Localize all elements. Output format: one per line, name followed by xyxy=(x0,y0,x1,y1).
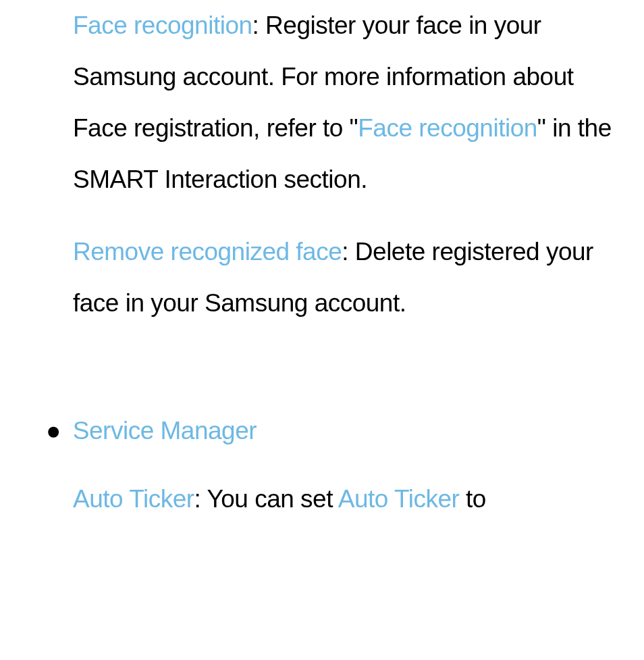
paragraph-face-recognition: Face recognition: Register your face in … xyxy=(73,0,618,205)
link-face-recognition-2[interactable]: Face recognition xyxy=(358,114,537,142)
text-auto-ticker-2: to xyxy=(459,485,486,513)
bullet-section: ● Service Manager Auto Ticker: You can s… xyxy=(73,417,618,525)
link-service-manager[interactable]: Service Manager xyxy=(73,417,257,445)
link-auto-ticker-2[interactable]: Auto Ticker xyxy=(338,485,460,513)
text-auto-ticker-1: : You can set xyxy=(194,485,338,513)
document-content: Face recognition: Register your face in … xyxy=(0,0,644,525)
bullet-item-service-manager: ● Service Manager xyxy=(46,417,618,445)
paragraph-remove-face: Remove recognized face: Delete registere… xyxy=(73,226,618,329)
link-remove-recognized-face[interactable]: Remove recognized face xyxy=(73,238,342,265)
link-face-recognition-1[interactable]: Face recognition xyxy=(73,11,252,39)
paragraph-auto-ticker: Auto Ticker: You can set Auto Ticker to xyxy=(73,474,618,525)
link-auto-ticker-1[interactable]: Auto Ticker xyxy=(73,485,194,513)
bullet-dot-icon: ● xyxy=(46,417,61,445)
